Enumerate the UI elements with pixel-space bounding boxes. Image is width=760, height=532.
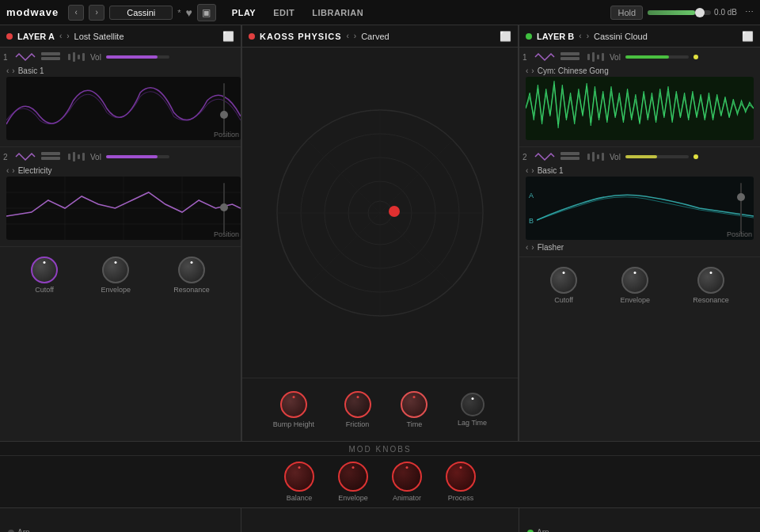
librarian-tab[interactable]: LIBRARIAN: [304, 6, 371, 20]
b-synth1-wave-icon: [534, 51, 556, 63]
svg-rect-0: [41, 52, 60, 55]
svg-rect-30: [587, 54, 590, 60]
friction-dot: [356, 396, 359, 398]
time-group: Time: [401, 391, 428, 428]
b-synth1-nav-right[interactable]: ›: [531, 66, 534, 75]
b-synth2-position-label: Position: [727, 230, 752, 238]
svg-rect-10: [78, 154, 80, 159]
friction-label: Friction: [346, 420, 370, 428]
synth1-vol-track[interactable]: [106, 55, 169, 59]
mod-envelope-label: Envelope: [338, 494, 368, 502]
arp-label-right: Arp: [537, 528, 549, 532]
kaoss-nav-right[interactable]: ›: [354, 32, 356, 40]
balance-group: Balance: [284, 462, 314, 502]
svg-rect-33: [602, 53, 604, 61]
favorite-button[interactable]: ♥: [186, 6, 192, 19]
synth1-nav-right[interactable]: ›: [12, 66, 14, 75]
layer-a-filter: Cutoff Envelope Resonance: [0, 247, 241, 302]
lag-time-knob[interactable]: [461, 393, 484, 416]
process-knob[interactable]: [446, 462, 476, 492]
balance-knob[interactable]: [284, 462, 314, 492]
mod-knobs-bar: MOD KNOBS Balance Envelope Animator Proc…: [0, 441, 760, 508]
friction-group: Friction: [344, 391, 371, 428]
layer-a-nav-left[interactable]: ‹: [59, 32, 62, 40]
b-synth2-vol-track[interactable]: [625, 155, 689, 158]
layer-a-envelope-group: Envelope: [101, 256, 131, 294]
layer-b-nav-left[interactable]: ‹: [579, 32, 581, 40]
layer-b-resonance-knob[interactable]: [697, 267, 724, 294]
global-preset-name[interactable]: Cassini: [109, 6, 173, 20]
svg-rect-8: [68, 154, 70, 160]
synth1-name: Basic 1: [18, 66, 44, 75]
svg-rect-37: [592, 152, 595, 162]
layer-a-cutoff-knob[interactable]: [31, 256, 58, 283]
b-flasher-nav-left[interactable]: ‹: [526, 243, 528, 252]
layer-b-synth1-header: 1: [522, 51, 757, 63]
time-knob[interactable]: [401, 391, 428, 418]
animator-knob[interactable]: [392, 462, 422, 492]
friction-knob[interactable]: [344, 391, 371, 418]
bump-height-knob[interactable]: [280, 391, 307, 418]
b-synth2-nav-right[interactable]: ›: [531, 166, 534, 175]
time-dot: [413, 396, 416, 398]
layer-b-envelope-knob[interactable]: [621, 267, 648, 294]
b-synth2-stack-icon: [559, 150, 581, 163]
synth2-number: 2: [3, 153, 11, 162]
kaoss-preset[interactable]: Carved: [361, 32, 389, 41]
animator-label: Animator: [393, 494, 421, 502]
b-synth2-nav-left[interactable]: ‹: [526, 166, 528, 175]
layer-a-envelope-knob[interactable]: [102, 256, 129, 283]
volume-track[interactable]: [648, 10, 711, 15]
synth1-nav-left[interactable]: ‹: [6, 66, 9, 75]
synth2-nav-right[interactable]: ›: [12, 166, 14, 175]
edit-tab[interactable]: EDIT: [265, 6, 302, 20]
ab-label-a: A: [529, 192, 534, 200]
layer-b-synth1-slot: 1: [519, 48, 760, 147]
layer-b-cutoff-group: Cutoff: [550, 267, 577, 304]
b-synth1-vol-label: Vol: [610, 53, 621, 62]
b-synth1-vol-track[interactable]: [625, 55, 689, 59]
kaoss-pad[interactable]: [269, 102, 491, 324]
bump-height-group: Bump Height: [273, 391, 314, 428]
top-bar: modwave ‹ › Cassini * ♥ ▣ PLAY EDIT LIBR…: [0, 0, 760, 25]
app-logo: modwave: [6, 6, 59, 18]
time-label: Time: [407, 420, 423, 428]
layer-b-filter: Cutoff Envelope Resonance: [519, 257, 760, 313]
b-synth2-vol-label: Vol: [610, 153, 621, 162]
play-tab[interactable]: PLAY: [224, 6, 264, 20]
volume-control: 0.0 dB: [648, 8, 737, 17]
b-resonance-knob-dot: [710, 272, 712, 274]
synth1-vol-fill: [106, 55, 158, 59]
nav-forward-button[interactable]: ›: [89, 5, 104, 21]
b-synth1-nav-left[interactable]: ‹: [526, 66, 528, 75]
b-synth2-eq-icon: [584, 150, 606, 163]
synth2-vol-track[interactable]: [106, 155, 169, 158]
layer-b-cutoff-knob[interactable]: [550, 267, 577, 294]
kaoss-title: KAOSS PHYSICS: [260, 32, 341, 41]
kaoss-display[interactable]: [242, 48, 518, 378]
hold-button[interactable]: Hold: [610, 6, 643, 20]
nav-back-button[interactable]: ‹: [68, 5, 84, 21]
b-flasher-nav-right[interactable]: ›: [531, 243, 534, 252]
synth1-waveform: Position: [6, 77, 241, 140]
preset-modified-indicator: *: [177, 8, 180, 17]
layer-a-nav-right[interactable]: ›: [66, 32, 69, 40]
kaoss-nav-left[interactable]: ‹: [346, 32, 348, 40]
synth2-nav-left[interactable]: ‹: [6, 166, 9, 175]
kaoss-header: KAOSS PHYSICS ‹ › Carved ⬜: [242, 25, 518, 48]
layer-b-envelope-group: Envelope: [620, 267, 650, 304]
layer-b-save-icon[interactable]: ⬜: [742, 31, 754, 42]
layer-a-envelope-label: Envelope: [101, 286, 131, 294]
layer-b-envelope-label: Envelope: [620, 296, 650, 304]
layer-a-resonance-knob[interactable]: [178, 256, 205, 283]
arp-section-right: Arp: [527, 528, 549, 532]
mod-envelope-knob[interactable]: [338, 462, 368, 492]
layer-b-preset[interactable]: Cassini Cloud: [594, 32, 648, 41]
kaoss-save-icon[interactable]: ⬜: [500, 31, 511, 42]
layer-a-preset[interactable]: Lost Satellite: [74, 32, 124, 41]
synth2-position-label: Position: [214, 230, 239, 238]
layer-b-nav-right[interactable]: ›: [587, 32, 589, 40]
menu-dots-icon[interactable]: ⋯: [745, 7, 754, 17]
layer-a-save-icon[interactable]: ⬜: [222, 31, 234, 42]
save-button[interactable]: ▣: [197, 4, 216, 21]
